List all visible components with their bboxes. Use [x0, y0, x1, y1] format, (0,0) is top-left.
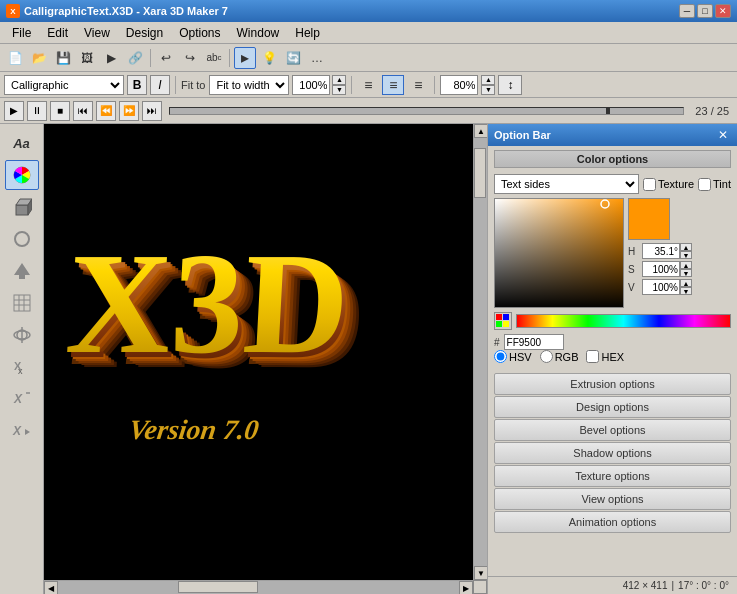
val-input[interactable] — [642, 279, 680, 295]
menu-view[interactable]: View — [76, 24, 118, 42]
horizontal-scrollbar[interactable]: ◀ ▶ — [44, 580, 473, 594]
pct-reset-button[interactable]: ↕ — [498, 75, 522, 95]
zoom-down-button[interactable]: ▼ — [332, 85, 346, 95]
shadow-tool-button[interactable]: X x — [5, 352, 39, 382]
hex-radio[interactable] — [586, 350, 599, 363]
color-preview-box[interactable] — [628, 198, 670, 240]
view-options-button[interactable]: View options — [494, 488, 731, 510]
extrusion-options-button[interactable]: Extrusion options — [494, 373, 731, 395]
timeline-slider[interactable] — [169, 107, 684, 115]
play-button[interactable]: ▶ — [4, 101, 24, 121]
texture-tool-button[interactable] — [5, 288, 39, 318]
rgb-radio[interactable] — [540, 350, 553, 363]
open-button[interactable]: 📂 — [28, 47, 50, 69]
menu-help[interactable]: Help — [287, 24, 328, 42]
bold-button[interactable]: B — [127, 75, 147, 95]
tb-btn5[interactable]: ▶ — [100, 47, 122, 69]
canvas-area[interactable]: X3D — [44, 124, 487, 594]
undo-button[interactable]: ↩ — [155, 47, 177, 69]
prev-start-button[interactable]: ⏮ — [73, 101, 93, 121]
menu-window[interactable]: Window — [229, 24, 288, 42]
rotate-button[interactable]: 🔄 — [282, 47, 304, 69]
fit-to-select[interactable]: Fit to width — [209, 75, 289, 95]
hue-down-button[interactable]: ▼ — [680, 251, 692, 259]
redo-button[interactable]: ↪ — [179, 47, 201, 69]
menu-file[interactable]: File — [4, 24, 39, 42]
color-gradient-picker[interactable] — [494, 198, 624, 308]
design-options-button[interactable]: Design options — [494, 396, 731, 418]
color-grid-icon[interactable] — [494, 312, 512, 330]
hex-radio-label[interactable]: HEX — [586, 350, 624, 363]
extrusion-tool-button[interactable] — [5, 192, 39, 222]
circle-tool-button[interactable] — [5, 224, 39, 254]
tint-checkbox[interactable] — [698, 178, 711, 191]
rotate-tool-button[interactable] — [5, 320, 39, 350]
pct-down-button[interactable]: ▼ — [481, 85, 495, 95]
pct-up-button[interactable]: ▲ — [481, 75, 495, 85]
arrow-tool-button[interactable] — [5, 256, 39, 286]
font-select[interactable]: Calligraphic — [4, 75, 124, 95]
val-up-button[interactable]: ▲ — [680, 279, 692, 287]
pct-input[interactable] — [440, 75, 478, 95]
menu-options[interactable]: Options — [171, 24, 228, 42]
aa-tool-button[interactable]: Aa — [5, 128, 39, 158]
prev-frame-button[interactable]: ⏪ — [96, 101, 116, 121]
sat-up-button[interactable]: ▲ — [680, 261, 692, 269]
hsv-radio[interactable] — [494, 350, 507, 363]
scroll-thumb-v[interactable] — [474, 148, 486, 198]
more-button[interactable]: … — [306, 47, 328, 69]
scroll-down-button[interactable]: ▼ — [474, 566, 487, 580]
animation-options-button[interactable]: Animation options — [494, 511, 731, 533]
align-right-button[interactable]: ≡ — [407, 75, 429, 95]
texture-options-button[interactable]: Texture options — [494, 465, 731, 487]
scroll-left-button[interactable]: ◀ — [44, 581, 58, 594]
menu-design[interactable]: Design — [118, 24, 171, 42]
hue-input[interactable] — [642, 243, 680, 259]
zoom-input[interactable] — [292, 75, 330, 95]
italic-button[interactable]: I — [150, 75, 170, 95]
maximize-button[interactable]: □ — [697, 4, 713, 18]
text-button[interactable]: abc — [203, 47, 225, 69]
hue-slider[interactable] — [516, 314, 731, 328]
val-down-button[interactable]: ▼ — [680, 287, 692, 295]
rgb-radio-label[interactable]: RGB — [540, 350, 579, 363]
vertical-scrollbar[interactable]: ▲ ▼ — [473, 124, 487, 580]
minimize-button[interactable]: ─ — [679, 4, 695, 18]
bevel-options-button[interactable]: Bevel options — [494, 419, 731, 441]
hue-up-button[interactable]: ▲ — [680, 243, 692, 251]
align-center-button[interactable]: ≡ — [382, 75, 404, 95]
scroll-track-h[interactable] — [58, 581, 459, 594]
sat-input[interactable] — [642, 261, 680, 277]
scroll-right-button[interactable]: ▶ — [459, 581, 473, 594]
save-button[interactable]: 💾 — [52, 47, 74, 69]
align-left-button[interactable]: ≡ — [357, 75, 379, 95]
color-tool-button[interactable] — [5, 160, 39, 190]
sat-down-button[interactable]: ▼ — [680, 269, 692, 277]
shadow-options-button[interactable]: Shadow options — [494, 442, 731, 464]
canvas-svg: X3D — [56, 169, 476, 549]
stop-button[interactable]: ■ — [50, 101, 70, 121]
animation-tool-button[interactable]: X — [5, 416, 39, 446]
color-part-select[interactable]: Text sides — [494, 174, 639, 194]
zoom-up-button[interactable]: ▲ — [332, 75, 346, 85]
new-button[interactable]: 📄 — [4, 47, 26, 69]
scroll-track-v[interactable] — [474, 138, 487, 566]
cursor-button[interactable]: ▸ — [234, 47, 256, 69]
next-frame-button[interactable]: ⏩ — [119, 101, 139, 121]
tb-btn6[interactable]: 🔗 — [124, 47, 146, 69]
next-end-button[interactable]: ⏭ — [142, 101, 162, 121]
hsv-radio-label[interactable]: HSV — [494, 350, 532, 363]
panel-close-button[interactable]: ✕ — [715, 127, 731, 143]
scroll-up-button[interactable]: ▲ — [474, 124, 487, 138]
pause-button[interactable]: ⏸ — [27, 101, 47, 121]
bevel-tool-button[interactable]: X — [5, 384, 39, 414]
hex-input[interactable] — [504, 334, 564, 350]
texture-checkbox[interactable] — [643, 178, 656, 191]
light-button[interactable]: 💡 — [258, 47, 280, 69]
format-sep1 — [175, 76, 176, 94]
texture-checkbox-label[interactable]: Texture — [643, 178, 694, 191]
tb-btn4[interactable]: 🖼 — [76, 47, 98, 69]
close-button[interactable]: ✕ — [715, 4, 731, 18]
tint-checkbox-label[interactable]: Tint — [698, 178, 731, 191]
menu-edit[interactable]: Edit — [39, 24, 76, 42]
